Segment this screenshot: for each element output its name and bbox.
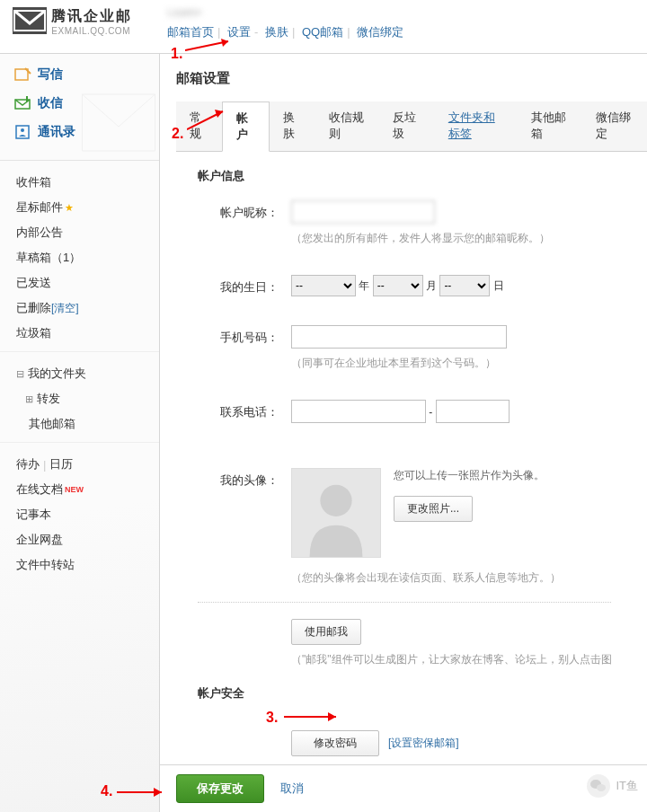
folder-starred[interactable]: 星标邮件 ★ <box>16 195 159 220</box>
contacts-icon <box>14 125 32 139</box>
nav-qqmail[interactable]: QQ邮箱 <box>302 25 343 39</box>
wechat-icon <box>587 774 610 798</box>
new-badge: NEW <box>65 485 84 494</box>
sidebar: 写信 收信 通讯录 收件箱 星标邮件 ★ 内部公告 草稿箱（1） 已发送 已删除… <box>0 54 160 812</box>
nav-skin[interactable]: 换肤 <box>265 25 288 39</box>
receive-label: 收信 <box>38 95 63 111</box>
folder-forward[interactable]: 转发 <box>16 386 159 411</box>
section-account-info: 帐户信息 <box>198 168 647 184</box>
nickname-label: 帐户昵称： <box>198 200 279 221</box>
folder-deleted[interactable]: 已删除[清空] <box>16 296 159 321</box>
svg-rect-3 <box>15 69 28 80</box>
receive-button[interactable]: 收信 <box>14 95 159 111</box>
avatar-placeholder-icon <box>292 468 380 558</box>
nav-home[interactable]: 邮箱首页 <box>167 25 214 39</box>
cancel-link[interactable]: 取消 <box>280 781 304 797</box>
contacts-label: 通讯录 <box>38 124 75 140</box>
contacts-button[interactable]: 通讯录 <box>14 124 159 140</box>
nickname-hint: （您发出的所有邮件，发件人将显示您的邮箱昵称。） <box>291 231 647 246</box>
compose-label: 写信 <box>38 66 63 83</box>
folder-inbox[interactable]: 收件箱 <box>16 170 159 195</box>
star-icon: ★ <box>65 202 74 214</box>
page-title: 邮箱设置 <box>176 70 647 87</box>
avatar-hint-bottom: （您的头像将会出现在读信页面、联系人信息等地方。） <box>291 570 647 586</box>
folder-myfolder[interactable]: 我的文件夹 <box>16 361 159 386</box>
birthday-day-select[interactable]: -- <box>439 275 490 296</box>
section-account-security: 帐户安全 <box>198 685 647 702</box>
app-header: 腾讯企业邮 EXMAIL.QQ.COM i.com> 邮箱首页| 设置- 换肤|… <box>0 0 647 54</box>
nav-netdisk[interactable]: 企业网盘 <box>16 527 159 552</box>
logo-text-cn: 腾讯企业邮 <box>51 7 132 26</box>
folder-sent[interactable]: 已发送 <box>16 270 159 296</box>
tab-general[interactable]: 常规 <box>176 102 222 151</box>
tab-antispam[interactable]: 反垃圾 <box>379 102 434 151</box>
receive-icon <box>14 96 32 110</box>
phone-label: 联系电话： <box>198 400 279 420</box>
save-bar: 保存更改 取消 <box>160 764 647 812</box>
phone-area-input[interactable] <box>291 400 426 423</box>
nickname-input[interactable] <box>291 200 435 224</box>
svg-point-8 <box>21 128 24 132</box>
compose-button[interactable]: 写信 <box>14 66 159 83</box>
mailme-hint: （"邮我"组件可以生成图片，让大家放在博客、论坛上，别人点击图 <box>291 652 647 667</box>
clear-deleted-link[interactable]: [清空] <box>51 301 79 316</box>
mobile-input[interactable] <box>291 325 507 349</box>
tab-account[interactable]: 帐户 <box>222 102 270 152</box>
folder-announce[interactable]: 内部公告 <box>16 220 159 245</box>
phone-number-input[interactable] <box>436 400 510 423</box>
avatar-preview <box>291 468 381 558</box>
change-password-button[interactable]: 修改密码 <box>291 730 379 756</box>
avatar-label: 我的头像： <box>198 468 279 489</box>
use-mailme-button[interactable]: 使用邮我 <box>291 619 361 645</box>
folder-other-mail[interactable]: 其他邮箱 <box>29 411 159 437</box>
compose-icon <box>14 67 32 82</box>
tab-wechat-bind[interactable]: 微信绑定 <box>582 102 647 151</box>
avatar-hint-top: 您可以上传一张照片作为头像。 <box>394 468 545 483</box>
nav-notes[interactable]: 记事本 <box>16 502 159 527</box>
nav-todo-calendar[interactable]: 待办|日历 <box>16 452 159 477</box>
change-avatar-button[interactable]: 更改照片... <box>394 496 473 522</box>
nav-wechat[interactable]: 微信绑定 <box>357 25 403 39</box>
mail-logo-icon <box>13 7 47 37</box>
save-button[interactable]: 保存更改 <box>176 774 264 803</box>
birthday-year-select[interactable]: -- <box>291 275 356 296</box>
set-security-email-link[interactable]: [设置密保邮箱] <box>388 737 459 749</box>
svg-point-10 <box>320 485 351 516</box>
birthday-label: 我的生日： <box>198 275 279 296</box>
user-email: i.com> <box>167 5 647 19</box>
nav-transfer[interactable]: 文件中转站 <box>16 552 159 578</box>
tab-rules[interactable]: 收信规则 <box>315 102 380 151</box>
top-nav: 邮箱首页| 设置- 换肤| QQ邮箱| 微信绑定 <box>167 24 647 40</box>
tab-other-mail[interactable]: 其他邮箱 <box>518 102 582 151</box>
nav-settings[interactable]: 设置 <box>227 25 251 39</box>
mobile-label: 手机号码： <box>198 325 279 346</box>
logo-text-en: EXMAIL.QQ.COM <box>51 26 132 36</box>
folder-spam[interactable]: 垃圾箱 <box>16 321 159 346</box>
nav-online-docs[interactable]: 在线文档NEW <box>16 477 159 502</box>
settings-tabs: 常规 帐户 换肤 收信规则 反垃圾 文件夹和标签 其他邮箱 微信绑定 <box>176 102 647 152</box>
svg-point-20 <box>597 784 606 791</box>
tab-folders-tags[interactable]: 文件夹和标签 <box>435 102 518 151</box>
watermark: IT鱼 <box>587 774 638 798</box>
birthday-month-select[interactable]: -- <box>373 275 423 296</box>
mobile-hint: （同事可在企业地址本里看到这个号码。） <box>291 356 647 371</box>
logo: 腾讯企业邮 EXMAIL.QQ.COM <box>0 0 162 53</box>
tab-skin[interactable]: 换肤 <box>270 102 315 151</box>
content-area: 邮箱设置 常规 帐户 换肤 收信规则 反垃圾 文件夹和标签 其他邮箱 微信绑定 … <box>160 54 647 812</box>
folder-drafts[interactable]: 草稿箱（1） <box>16 245 159 270</box>
